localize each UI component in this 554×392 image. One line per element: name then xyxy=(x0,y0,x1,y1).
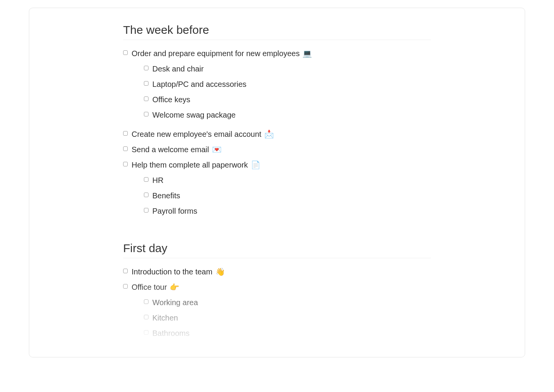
love-letter-icon: 💌 xyxy=(212,145,222,154)
item-content: Create new employee's email account 📩 xyxy=(132,128,431,140)
checklist: Introduction to the team 👋 Office tour 👉 xyxy=(123,266,431,343)
checkbox-icon[interactable] xyxy=(144,96,149,101)
item-content: Introduction to the team 👋 xyxy=(132,266,431,277)
checkbox-icon[interactable] xyxy=(123,50,128,55)
checklist-item: Order and prepare equipment for new empl… xyxy=(123,48,431,125)
section-title: The week before xyxy=(123,23,431,40)
checklist-item: Kitchen xyxy=(144,312,431,324)
laptop-icon: 💻 xyxy=(302,49,312,58)
item-label: Bathrooms xyxy=(152,329,190,337)
item-label: Desk and chair xyxy=(152,65,204,73)
checklist-item: Bathrooms xyxy=(144,327,431,339)
checkbox-icon[interactable] xyxy=(144,330,149,335)
checklist-item: Send a welcome email 💌 xyxy=(123,144,431,155)
item-content: Order and prepare equipment for new empl… xyxy=(132,48,431,125)
checklist: Order and prepare equipment for new empl… xyxy=(123,48,431,221)
item-content: Working area xyxy=(152,297,431,308)
item-content: Kitchen xyxy=(152,312,431,324)
item-content: Help them complete all paperwork 📄 HR xyxy=(132,159,431,221)
checkbox-icon[interactable] xyxy=(144,193,149,197)
document-icon: 📄 xyxy=(251,161,260,169)
checkbox-icon[interactable] xyxy=(144,81,149,86)
item-content: Send a welcome email 💌 xyxy=(132,144,431,155)
item-label: Laptop/PC and accessories xyxy=(152,80,247,88)
item-label: Kitchen xyxy=(152,314,178,322)
nested-list: Working area Kitchen xyxy=(144,297,431,339)
checkbox-icon[interactable] xyxy=(123,131,128,136)
envelope-arrow-icon: 📩 xyxy=(264,130,274,138)
checklist-item: HR xyxy=(144,174,431,186)
item-label: Working area xyxy=(152,298,198,307)
section-title: First day xyxy=(123,242,431,258)
checklist-item: Welcome swag package xyxy=(144,109,431,121)
section-week-before: The week before Order and prepare equipm… xyxy=(123,23,431,221)
item-content: Office keys xyxy=(152,94,431,105)
nested-list: Desk and chair Laptop/PC and accessories xyxy=(144,63,431,121)
item-label: Introduction to the team xyxy=(132,267,212,276)
checkbox-icon[interactable] xyxy=(144,66,149,70)
checklist-item: Desk and chair xyxy=(144,63,431,75)
checkbox-icon[interactable] xyxy=(144,315,149,319)
item-content: Bathrooms xyxy=(152,327,431,339)
checkbox-icon[interactable] xyxy=(144,299,149,304)
checkbox-icon[interactable] xyxy=(144,208,149,213)
document-content: The week before Order and prepare equipm… xyxy=(123,23,431,343)
checkbox-icon[interactable] xyxy=(144,112,149,116)
nested-list: HR Benefits xyxy=(144,174,431,217)
checkbox-icon[interactable] xyxy=(123,146,128,151)
checklist-item: Office tour 👉 Working area xyxy=(123,281,431,343)
checkbox-icon[interactable] xyxy=(123,162,128,166)
checklist-item: Create new employee's email account 📩 xyxy=(123,128,431,140)
checklist-item: Laptop/PC and accessories xyxy=(144,78,431,90)
item-content: Payroll forms xyxy=(152,205,431,217)
checklist-item: Office keys xyxy=(144,94,431,105)
item-content: HR xyxy=(152,174,431,186)
item-content: Laptop/PC and accessories xyxy=(152,78,431,90)
item-label: Office tour xyxy=(132,283,167,291)
checkbox-icon[interactable] xyxy=(144,177,149,182)
document-container: The week before Order and prepare equipm… xyxy=(29,8,525,357)
checklist-item: Help them complete all paperwork 📄 HR xyxy=(123,159,431,221)
checklist-item: Introduction to the team 👋 xyxy=(123,266,431,277)
checkbox-icon[interactable] xyxy=(123,269,128,273)
section-first-day: First day Introduction to the team 👋 Off… xyxy=(123,242,431,343)
item-label: Welcome swag package xyxy=(152,111,235,119)
pointing-right-icon: 👉 xyxy=(170,283,179,291)
checklist-item: Working area xyxy=(144,297,431,308)
wave-icon: 👋 xyxy=(215,267,225,276)
item-content: Benefits xyxy=(152,190,431,201)
checkbox-icon[interactable] xyxy=(123,284,128,289)
item-label: Office keys xyxy=(152,95,190,104)
item-label: Help them complete all paperwork xyxy=(132,161,248,169)
item-label: Benefits xyxy=(152,191,180,200)
checklist-item: Benefits xyxy=(144,190,431,201)
item-content: Welcome swag package xyxy=(152,109,431,121)
item-content: Desk and chair xyxy=(152,63,431,75)
item-label: Send a welcome email xyxy=(132,145,209,154)
item-content: Office tour 👉 Working area xyxy=(132,281,431,343)
checklist-item: Payroll forms xyxy=(144,205,431,217)
item-label: Create new employee's email account xyxy=(132,130,261,138)
item-label: Payroll forms xyxy=(152,207,197,215)
item-label: Order and prepare equipment for new empl… xyxy=(132,49,300,58)
item-label: HR xyxy=(152,176,164,184)
